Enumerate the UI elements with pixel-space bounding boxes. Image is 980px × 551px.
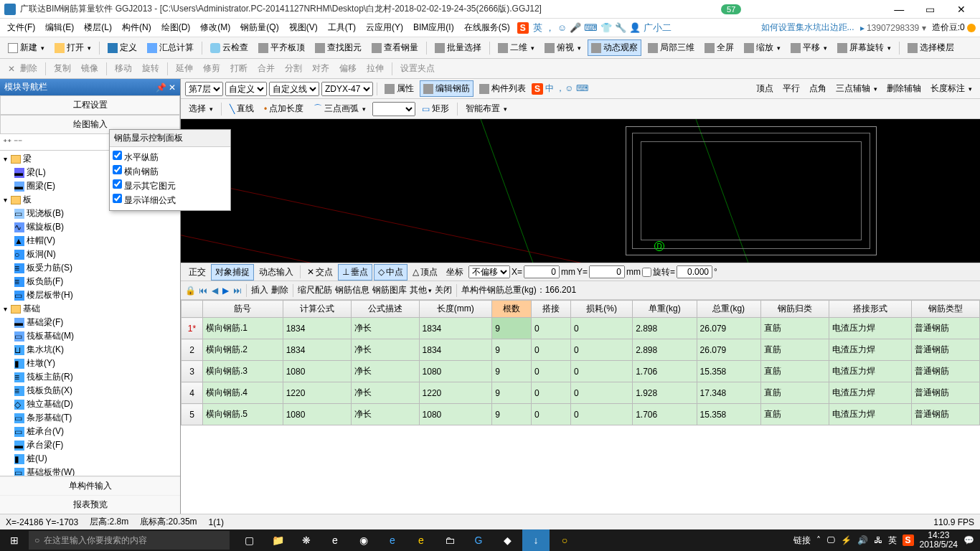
dynview-button[interactable]: 动态观察 [588,39,641,56]
delete-button[interactable]: ✕删除 [4,60,41,77]
select-tool[interactable]: 选择 [185,100,217,117]
member-select[interactable]: ZDYX-47 [321,82,373,96]
line-tool[interactable]: ╲直线 [226,100,258,117]
y-input[interactable] [589,265,625,278]
menu-file[interactable]: 文件(F) [4,22,38,34]
x-input[interactable] [524,265,560,278]
tree-stripfooting[interactable]: ▭条形基础(T) [1,411,179,425]
screenrot-button[interactable]: 屏幕旋转 [834,39,895,56]
close-panel[interactable]: 关闭 [435,284,452,296]
props-button[interactable]: 属性 [381,80,418,97]
mid-snap[interactable]: ◇中点 [374,264,407,281]
rotate-button[interactable]: 旋转 [138,60,163,77]
menu-rebar[interactable]: 钢筋量(Q) [237,22,281,34]
coord-snap[interactable]: 坐标 [443,265,467,280]
menu-bim[interactable]: BIM应用(I) [410,22,457,34]
nav-first[interactable]: ⏮ [199,286,207,296]
tree-spiralslab[interactable]: ∿螺旋板(B) [1,220,179,234]
view3d-button[interactable]: 二维 [494,39,538,56]
tray-monitor-icon[interactable]: 🖵 [826,535,835,545]
report-preview[interactable]: 报表预览 [0,495,180,514]
app-icon-1[interactable]: 📁 [264,529,291,551]
trim-button[interactable]: 修剪 [199,60,224,77]
menu-cloud[interactable]: 云应用(Y) [363,22,406,34]
app-icon-5[interactable]: e [379,529,406,551]
tree-fbeam[interactable]: ▬基础梁(F) [1,316,179,329]
app-icon-11[interactable]: ○ [551,529,578,551]
setorigin-button[interactable]: 设置夹点 [397,60,438,77]
delete-row[interactable]: 删除 [271,284,288,296]
rotate-input[interactable] [677,265,712,278]
endpoint-snap[interactable]: △顶点 [409,265,441,280]
viewrebar-button[interactable]: 查看钢量 [368,39,422,56]
account-number[interactable]: ▸ 13907298339 ▾ [860,23,926,33]
osnap-toggle[interactable]: 对象捕捉 [211,264,254,281]
taskview-icon[interactable]: ▢ [235,529,263,551]
ime-mic-icon[interactable]: 🎤 [570,22,581,33]
ime-keyboard-icon[interactable]: ⌨ [584,22,598,33]
perp-snap[interactable]: ⊥垂点 [338,264,372,281]
nav-prev[interactable]: ◀ [212,286,218,296]
table-row[interactable]: 1*横向钢筋.11834净长18349002.89826.079直筋电渣压力焊普… [182,318,980,339]
tray-net-icon[interactable]: 🖧 [874,535,882,545]
app-icon-9[interactable]: ◆ [494,529,521,551]
opt-transverse[interactable]: 横向钢筋 [113,164,227,179]
table-row[interactable]: 3横向钢筋.31080净长10809001.70615.358直筋电渣压力焊普通… [182,361,980,382]
merge-button[interactable]: 合并 [254,60,278,77]
tree-capbeam[interactable]: ▬承台梁(F) [1,438,179,452]
collapse-all-icon[interactable]: ⁻⁻ [14,137,22,147]
memberlist-button[interactable]: 构件列表 [476,80,529,97]
tree-slabhole[interactable]: ○板洞(N) [1,248,179,261]
tree-pile[interactable]: ▮桩(U) [1,452,179,466]
selectfloor-button[interactable]: 选择楼层 [904,39,958,56]
vertex-button[interactable]: 顶点 [753,80,777,97]
ime-badge-icon[interactable]: S [517,22,529,34]
rebarinfo-button[interactable]: 钢筋信息 [335,284,369,296]
editrebar-button[interactable]: 编辑钢筋 [420,80,473,97]
ime-smile-icon[interactable]: ☺ [557,22,567,33]
break-button[interactable]: 打断 [227,60,251,77]
section-project-settings[interactable]: 工程设置 [0,95,180,115]
ime-comma-icon[interactable]: ， [545,22,555,34]
nav-next[interactable]: ▶ [222,286,229,296]
menu-edit[interactable]: 编辑(E) [42,22,77,34]
rect-tool[interactable]: ▭矩形 [418,100,453,117]
tray-notifications-icon[interactable]: 💬 [963,535,974,545]
mirror-button[interactable]: 镜像 [77,60,102,77]
pan-button[interactable]: 平移 [787,39,831,56]
tree-fslabstrip[interactable]: ▭基础板带(W) [1,466,179,476]
tree-raftmain[interactable]: ≡筏板主筋(R) [1,370,179,384]
cloudcheck-button[interactable]: 云检查 [207,39,252,56]
copy-button[interactable]: 复制 [50,60,75,77]
offset-select[interactable]: 不偏移 [468,265,510,278]
dyninput-toggle[interactable]: 动态输入 [255,265,297,280]
tray-up-icon[interactable]: ˄ [816,535,821,545]
fullscreen-button[interactable]: 全屏 [701,39,738,56]
scalematch-button[interactable]: 缩尺配筋 [298,284,332,296]
table-row[interactable]: 2横向钢筋.21834净长18349002.89826.079直筋电渣压力焊普通… [182,339,980,361]
opt-horizontal[interactable]: 水平纵筋 [113,150,227,164]
ime-skin-icon[interactable]: 👕 [600,22,612,33]
arc-select[interactable] [372,102,415,116]
tree-pier[interactable]: ▮柱墩(Y) [1,357,179,370]
tray-volume-icon[interactable]: 🔊 [857,535,868,545]
open-button[interactable]: 打开 [51,39,95,56]
lookdown-button[interactable]: 俯视 [541,39,585,56]
move-button[interactable]: 移动 [111,60,136,77]
ime-tool-icon[interactable]: 🔧 [615,22,626,33]
insert-row[interactable]: 插入 [251,284,268,296]
start-button[interactable]: ⊞ [0,534,29,546]
rebar-display-panel[interactable]: 钢筋显示控制面板 水平纵筋 横向钢筋 显示其它图元 显示详细公式 [109,129,231,211]
app-icon-3[interactable]: e [321,529,349,551]
ime-user-icon[interactable]: 👤 [629,22,641,33]
tree-sump[interactable]: ⊔集水坑(K) [1,343,179,357]
notification-badge[interactable]: 57 [721,4,741,14]
sumcalc-button[interactable]: 汇总计算 [143,39,197,56]
menu-view[interactable]: 视图(V) [286,22,321,34]
rotate-check[interactable] [642,268,651,277]
category-select[interactable]: 自定义 [225,82,267,96]
menu-tools[interactable]: 工具(T) [325,22,359,34]
app-icon-8[interactable]: G [465,529,492,551]
expand-all-icon[interactable]: ⁺⁺ [3,137,11,147]
split-button[interactable]: 分割 [281,60,306,77]
